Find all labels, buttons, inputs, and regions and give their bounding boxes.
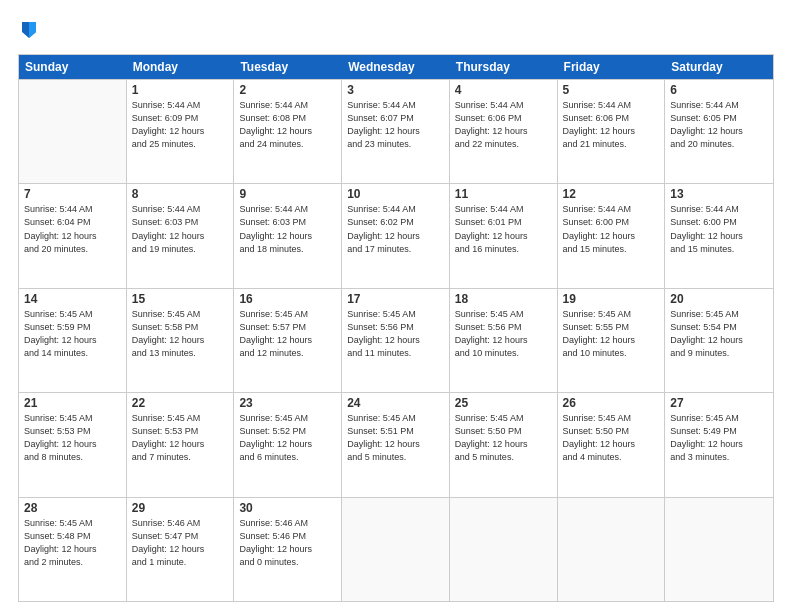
svg-marker-1 <box>29 22 36 38</box>
day-number: 10 <box>347 187 444 201</box>
day-number: 7 <box>24 187 121 201</box>
calendar: SundayMondayTuesdayWednesdayThursdayFrid… <box>18 54 774 602</box>
day-number: 8 <box>132 187 229 201</box>
day-number: 27 <box>670 396 768 410</box>
day-number: 20 <box>670 292 768 306</box>
day-number: 2 <box>239 83 336 97</box>
calendar-cell: 8Sunrise: 5:44 AMSunset: 6:03 PMDaylight… <box>127 184 235 287</box>
cell-info: Sunrise: 5:45 AMSunset: 5:56 PMDaylight:… <box>347 308 444 360</box>
cell-info: Sunrise: 5:44 AMSunset: 6:02 PMDaylight:… <box>347 203 444 255</box>
calendar-cell: 20Sunrise: 5:45 AMSunset: 5:54 PMDayligh… <box>665 289 773 392</box>
calendar-cell: 21Sunrise: 5:45 AMSunset: 5:53 PMDayligh… <box>19 393 127 496</box>
day-number: 30 <box>239 501 336 515</box>
day-number: 25 <box>455 396 552 410</box>
cell-info: Sunrise: 5:45 AMSunset: 5:53 PMDaylight:… <box>24 412 121 464</box>
calendar-cell <box>19 80 127 183</box>
cell-info: Sunrise: 5:46 AMSunset: 5:47 PMDaylight:… <box>132 517 229 569</box>
calendar-cell: 6Sunrise: 5:44 AMSunset: 6:05 PMDaylight… <box>665 80 773 183</box>
cell-info: Sunrise: 5:45 AMSunset: 5:58 PMDaylight:… <box>132 308 229 360</box>
calendar-cell: 25Sunrise: 5:45 AMSunset: 5:50 PMDayligh… <box>450 393 558 496</box>
cell-info: Sunrise: 5:45 AMSunset: 5:49 PMDaylight:… <box>670 412 768 464</box>
calendar-cell: 5Sunrise: 5:44 AMSunset: 6:06 PMDaylight… <box>558 80 666 183</box>
cell-info: Sunrise: 5:44 AMSunset: 6:00 PMDaylight:… <box>563 203 660 255</box>
day-number: 16 <box>239 292 336 306</box>
calendar-row-3: 14Sunrise: 5:45 AMSunset: 5:59 PMDayligh… <box>19 288 773 392</box>
calendar-cell: 26Sunrise: 5:45 AMSunset: 5:50 PMDayligh… <box>558 393 666 496</box>
calendar-cell: 24Sunrise: 5:45 AMSunset: 5:51 PMDayligh… <box>342 393 450 496</box>
cell-info: Sunrise: 5:44 AMSunset: 6:04 PMDaylight:… <box>24 203 121 255</box>
header-day-saturday: Saturday <box>665 55 773 79</box>
header-day-friday: Friday <box>558 55 666 79</box>
calendar-row-1: 1Sunrise: 5:44 AMSunset: 6:09 PMDaylight… <box>19 79 773 183</box>
day-number: 28 <box>24 501 121 515</box>
day-number: 21 <box>24 396 121 410</box>
cell-info: Sunrise: 5:44 AMSunset: 6:06 PMDaylight:… <box>455 99 552 151</box>
calendar-cell <box>665 498 773 601</box>
day-number: 17 <box>347 292 444 306</box>
cell-info: Sunrise: 5:44 AMSunset: 6:00 PMDaylight:… <box>670 203 768 255</box>
day-number: 22 <box>132 396 229 410</box>
cell-info: Sunrise: 5:44 AMSunset: 6:09 PMDaylight:… <box>132 99 229 151</box>
calendar-cell: 16Sunrise: 5:45 AMSunset: 5:57 PMDayligh… <box>234 289 342 392</box>
calendar-cell: 22Sunrise: 5:45 AMSunset: 5:53 PMDayligh… <box>127 393 235 496</box>
calendar-cell: 29Sunrise: 5:46 AMSunset: 5:47 PMDayligh… <box>127 498 235 601</box>
day-number: 29 <box>132 501 229 515</box>
day-number: 23 <box>239 396 336 410</box>
header-day-wednesday: Wednesday <box>342 55 450 79</box>
cell-info: Sunrise: 5:44 AMSunset: 6:08 PMDaylight:… <box>239 99 336 151</box>
calendar-cell: 28Sunrise: 5:45 AMSunset: 5:48 PMDayligh… <box>19 498 127 601</box>
header-day-monday: Monday <box>127 55 235 79</box>
calendar-cell: 11Sunrise: 5:44 AMSunset: 6:01 PMDayligh… <box>450 184 558 287</box>
calendar-cell <box>558 498 666 601</box>
calendar-cell: 7Sunrise: 5:44 AMSunset: 6:04 PMDaylight… <box>19 184 127 287</box>
calendar-row-2: 7Sunrise: 5:44 AMSunset: 6:04 PMDaylight… <box>19 183 773 287</box>
calendar-body: 1Sunrise: 5:44 AMSunset: 6:09 PMDaylight… <box>19 79 773 601</box>
calendar-cell: 4Sunrise: 5:44 AMSunset: 6:06 PMDaylight… <box>450 80 558 183</box>
cell-info: Sunrise: 5:44 AMSunset: 6:03 PMDaylight:… <box>239 203 336 255</box>
calendar-header: SundayMondayTuesdayWednesdayThursdayFrid… <box>19 55 773 79</box>
calendar-cell: 14Sunrise: 5:45 AMSunset: 5:59 PMDayligh… <box>19 289 127 392</box>
day-number: 19 <box>563 292 660 306</box>
cell-info: Sunrise: 5:44 AMSunset: 6:03 PMDaylight:… <box>132 203 229 255</box>
calendar-cell: 19Sunrise: 5:45 AMSunset: 5:55 PMDayligh… <box>558 289 666 392</box>
cell-info: Sunrise: 5:45 AMSunset: 5:48 PMDaylight:… <box>24 517 121 569</box>
calendar-cell: 12Sunrise: 5:44 AMSunset: 6:00 PMDayligh… <box>558 184 666 287</box>
cell-info: Sunrise: 5:44 AMSunset: 6:05 PMDaylight:… <box>670 99 768 151</box>
calendar-cell: 9Sunrise: 5:44 AMSunset: 6:03 PMDaylight… <box>234 184 342 287</box>
day-number: 1 <box>132 83 229 97</box>
calendar-row-4: 21Sunrise: 5:45 AMSunset: 5:53 PMDayligh… <box>19 392 773 496</box>
day-number: 14 <box>24 292 121 306</box>
day-number: 15 <box>132 292 229 306</box>
calendar-cell: 17Sunrise: 5:45 AMSunset: 5:56 PMDayligh… <box>342 289 450 392</box>
header-day-sunday: Sunday <box>19 55 127 79</box>
header-day-thursday: Thursday <box>450 55 558 79</box>
day-number: 26 <box>563 396 660 410</box>
cell-info: Sunrise: 5:45 AMSunset: 5:59 PMDaylight:… <box>24 308 121 360</box>
logo <box>18 20 38 46</box>
calendar-cell: 27Sunrise: 5:45 AMSunset: 5:49 PMDayligh… <box>665 393 773 496</box>
calendar-cell: 30Sunrise: 5:46 AMSunset: 5:46 PMDayligh… <box>234 498 342 601</box>
day-number: 5 <box>563 83 660 97</box>
cell-info: Sunrise: 5:45 AMSunset: 5:56 PMDaylight:… <box>455 308 552 360</box>
page: SundayMondayTuesdayWednesdayThursdayFrid… <box>0 0 792 612</box>
cell-info: Sunrise: 5:45 AMSunset: 5:50 PMDaylight:… <box>455 412 552 464</box>
cell-info: Sunrise: 5:45 AMSunset: 5:52 PMDaylight:… <box>239 412 336 464</box>
cell-info: Sunrise: 5:44 AMSunset: 6:06 PMDaylight:… <box>563 99 660 151</box>
day-number: 13 <box>670 187 768 201</box>
cell-info: Sunrise: 5:45 AMSunset: 5:51 PMDaylight:… <box>347 412 444 464</box>
cell-info: Sunrise: 5:45 AMSunset: 5:55 PMDaylight:… <box>563 308 660 360</box>
logo-flag-icon <box>20 20 38 42</box>
day-number: 24 <box>347 396 444 410</box>
calendar-cell <box>450 498 558 601</box>
day-number: 6 <box>670 83 768 97</box>
cell-info: Sunrise: 5:45 AMSunset: 5:54 PMDaylight:… <box>670 308 768 360</box>
cell-info: Sunrise: 5:45 AMSunset: 5:57 PMDaylight:… <box>239 308 336 360</box>
calendar-cell: 13Sunrise: 5:44 AMSunset: 6:00 PMDayligh… <box>665 184 773 287</box>
header-day-tuesday: Tuesday <box>234 55 342 79</box>
calendar-row-5: 28Sunrise: 5:45 AMSunset: 5:48 PMDayligh… <box>19 497 773 601</box>
day-number: 3 <box>347 83 444 97</box>
cell-info: Sunrise: 5:45 AMSunset: 5:53 PMDaylight:… <box>132 412 229 464</box>
day-number: 9 <box>239 187 336 201</box>
cell-info: Sunrise: 5:44 AMSunset: 6:01 PMDaylight:… <box>455 203 552 255</box>
header <box>18 16 774 46</box>
